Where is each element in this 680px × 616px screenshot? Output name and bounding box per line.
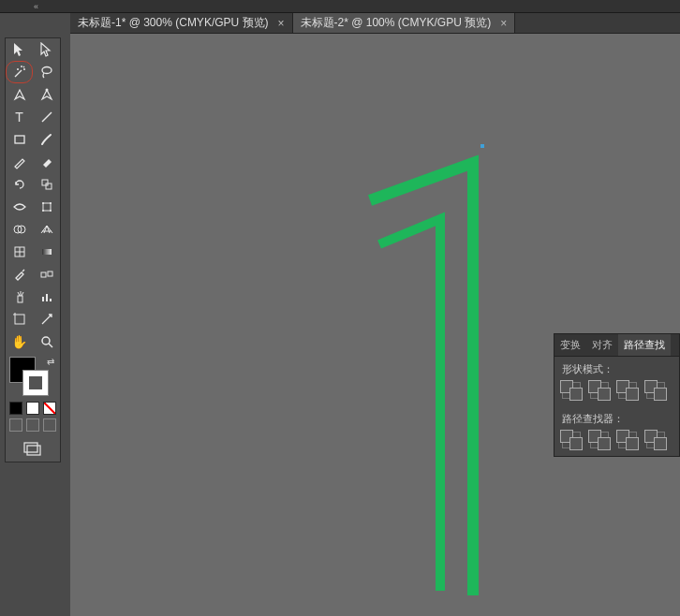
paintbrush-tool[interactable] [33, 128, 60, 151]
svg-rect-22 [50, 299, 52, 301]
gradient-chip[interactable] [26, 402, 39, 415]
type-tool[interactable]: T [6, 106, 33, 128]
mesh-tool[interactable] [6, 241, 33, 263]
anchor-point-icon[interactable] [480, 144, 484, 148]
merge-icon[interactable] [618, 432, 637, 448]
color-chip[interactable] [9, 402, 22, 415]
draw-normal-icon[interactable] [9, 418, 22, 432]
svg-rect-19 [18, 296, 22, 302]
column-graph-tool[interactable] [33, 286, 60, 308]
crop-icon[interactable] [646, 432, 665, 448]
tools-panel: T [5, 37, 61, 462]
close-icon[interactable]: × [278, 17, 285, 30]
eyedropper-tool[interactable] [6, 263, 33, 286]
intersect-icon[interactable] [618, 382, 637, 399]
svg-point-0 [42, 67, 52, 74]
hand-tool[interactable]: ✋ [6, 330, 33, 353]
screen-mode-button[interactable] [6, 441, 60, 456]
divide-icon[interactable] [562, 432, 581, 448]
svg-point-7 [42, 202, 44, 204]
document-tab-label: 未标题-1* @ 300% (CMYK/GPU 预览) [78, 15, 269, 31]
pen-tool[interactable] [6, 83, 33, 106]
zoom-tool[interactable] [33, 330, 60, 353]
svg-rect-6 [43, 203, 51, 211]
gradient-tool[interactable] [33, 241, 60, 263]
draw-mode-chips [6, 418, 60, 432]
direct-selection-tool[interactable] [33, 38, 60, 61]
none-chip[interactable] [43, 402, 56, 415]
svg-rect-3 [15, 136, 24, 143]
svg-rect-29 [27, 446, 40, 455]
svg-line-27 [49, 344, 52, 347]
svg-point-1 [45, 89, 48, 92]
svg-rect-21 [46, 294, 48, 301]
minus-front-icon[interactable] [590, 382, 609, 399]
canvas-area[interactable] [70, 34, 680, 616]
collapse-icon[interactable]: « [34, 2, 38, 11]
shape-modes-row [554, 378, 679, 406]
draw-behind-icon[interactable] [26, 418, 39, 432]
color-mode-chips [6, 402, 60, 415]
svg-rect-28 [24, 443, 37, 452]
shape-builder-tool[interactable] [6, 218, 33, 241]
rectangle-tool[interactable] [6, 128, 33, 151]
control-bar: « [0, 0, 680, 13]
blend-tool[interactable] [33, 263, 60, 286]
svg-rect-16 [42, 249, 52, 255]
panel-tabs: 变换 对齐 路径查找 [554, 334, 679, 357]
svg-rect-23 [15, 315, 24, 324]
svg-line-2 [42, 112, 52, 122]
pathfinder-panel: 变换 对齐 路径查找 形状模式： 路径查找器： [554, 333, 680, 457]
trim-icon[interactable] [590, 432, 609, 448]
scale-tool[interactable] [33, 173, 60, 196]
document-tabs: 未标题-1* @ 300% (CMYK/GPU 预览) × 未标题-2* @ 1… [70, 13, 680, 34]
document-tab-2[interactable]: 未标题-2* @ 100% (CMYK/GPU 预览) × [293, 13, 516, 33]
svg-rect-20 [42, 297, 44, 301]
artboard-tool[interactable] [6, 308, 33, 330]
artwork-path-inner[interactable] [379, 219, 440, 591]
tab-transform[interactable]: 变换 [554, 334, 586, 356]
exclude-icon[interactable] [646, 382, 665, 399]
svg-point-9 [42, 210, 44, 212]
shape-modes-label: 形状模式： [554, 357, 679, 378]
draw-inside-icon[interactable] [43, 418, 56, 432]
stroke-color-swatch[interactable] [22, 370, 49, 396]
unite-icon[interactable] [562, 382, 581, 399]
tab-pathfinder[interactable]: 路径查找 [618, 334, 671, 356]
swap-fill-stroke-icon[interactable]: ⇄ [47, 357, 54, 367]
svg-point-8 [50, 202, 52, 204]
perspective-grid-tool[interactable] [33, 218, 60, 241]
document-tab-label: 未标题-2* @ 100% (CMYK/GPU 预览) [301, 15, 492, 31]
eraser-tool[interactable] [33, 151, 60, 173]
svg-rect-5 [46, 183, 52, 189]
pathfinders-row [554, 428, 679, 456]
magic-wand-tool[interactable] [6, 61, 33, 83]
pathfinders-label: 路径查找器： [554, 406, 679, 428]
rotate-tool[interactable] [6, 173, 33, 196]
line-segment-tool[interactable] [33, 106, 60, 128]
svg-rect-18 [48, 271, 52, 276]
slice-tool[interactable] [33, 308, 60, 330]
svg-rect-17 [41, 272, 46, 277]
free-transform-tool[interactable] [33, 196, 60, 218]
svg-point-26 [42, 337, 50, 345]
tab-align[interactable]: 对齐 [586, 334, 618, 356]
lasso-tool[interactable] [33, 61, 60, 83]
curvature-tool[interactable] [33, 83, 60, 106]
width-tool[interactable] [6, 196, 33, 218]
svg-point-10 [50, 210, 52, 212]
pencil-tool[interactable] [6, 151, 33, 173]
close-icon[interactable]: × [500, 17, 507, 30]
symbol-sprayer-tool[interactable] [6, 286, 33, 308]
fill-stroke-swatch[interactable]: ⇄ [9, 357, 56, 398]
document-tab-1[interactable]: 未标题-1* @ 300% (CMYK/GPU 预览) × [70, 13, 293, 33]
selection-tool[interactable] [6, 38, 33, 61]
svg-rect-4 [42, 180, 48, 185]
